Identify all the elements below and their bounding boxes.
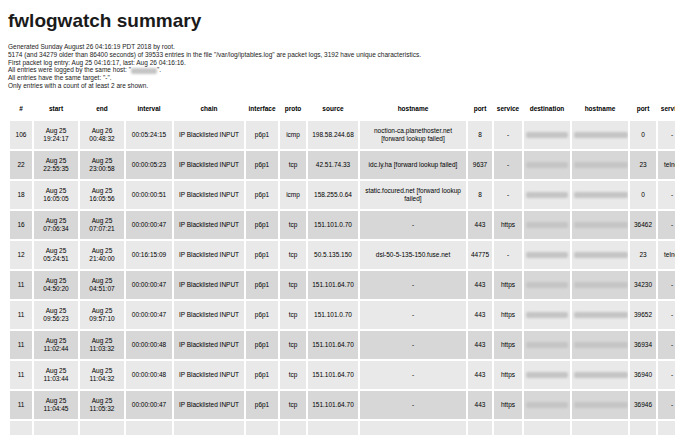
redacted-dst_hostname [574,342,628,348]
column-header-port-13: port [630,99,656,119]
cell-interface: p6p1 [246,391,278,419]
partial-table-row [10,421,675,435]
cell-empty [308,421,358,435]
cell-empty [524,421,570,435]
meta-line-text: All entries were logged by the same host… [8,66,131,73]
cell-date-line: Aug 25 [46,187,67,194]
cell-src_port: 443 [468,361,492,389]
cell-date-line: Aug 25 [46,307,67,314]
cell-start: Aug 2511:02:44 [34,331,78,359]
table-row: 106Aug 2519:24:17Aug 2600:48:3200:05:24:… [10,121,675,149]
redacted-destination [526,132,568,138]
cell-proto: tcp [280,271,306,299]
meta-line: First packet log entry: Aug 25 04:16:17,… [8,59,667,67]
cell-interval: 00:00:00:48 [126,361,172,389]
cell-empty [572,421,628,435]
cell-time-line: 11:03:44 [44,375,69,382]
cell-dst_hostname [572,271,628,299]
cell-dst_hostname [572,331,628,359]
cell-interface: p6p1 [246,151,278,179]
column-header-hostname-8: hostname [360,99,466,119]
cell-src_port: 443 [468,331,492,359]
cell-dst_port: 34230 [630,271,656,299]
cell-dst_port: 0 [630,181,656,209]
cell-proto: tcp [280,331,306,359]
cell-dst_hostname [572,181,628,209]
column-header-start-1: start [34,99,78,119]
cell-end: Aug 2511:05:32 [80,391,124,419]
table-row: 18Aug 2516:05:05Aug 2516:05:5600:00:00:5… [10,181,675,209]
cell-src_service: - [494,151,522,179]
cell-source: 151.101.64.70 [308,361,358,389]
fwlogwatch-report: fwlogwatch summary Generated Sunday Augu… [0,0,675,435]
cell-empty [468,421,492,435]
cell-time-line: 09:57:10 [89,315,114,322]
meta-line-text: First packet log entry: Aug 25 04:16:17,… [8,59,186,66]
cell-chain: IP Blacklisted INPUT [174,181,244,209]
cell-date-line: Aug 25 [92,187,113,194]
cell-src_port: 443 [468,211,492,239]
cell-end: Aug 2511:03:32 [80,331,124,359]
redacted-dst_hostname [574,312,628,318]
cell-start: Aug 2505:24:51 [34,241,78,269]
cell-empty [174,421,244,435]
cell-dst_port: 36940 [630,361,656,389]
cell-destination [524,361,570,389]
column-header-hostname-12: hostname [572,99,628,119]
cell-source: 158.255.0.64 [308,181,358,209]
cell-date-line: Aug 25 [46,367,67,374]
meta-line-text: 5174 (and 34279 older than 86400 seconds… [8,51,421,58]
cell-chain: IP Blacklisted INPUT [174,331,244,359]
cell-interface: p6p1 [246,181,278,209]
cell-dst_service: - [658,121,675,149]
cell-dst_port: 39652 [630,301,656,329]
cell-time-line: 21:40:00 [89,255,114,262]
cell-date-line: Aug 25 [92,247,113,254]
cell-dst_service: - [658,391,675,419]
cell-time-line: 09:56:23 [43,315,68,322]
cell-source: 198.58.244.68 [308,121,358,149]
cell-source: 151.101.64.70 [308,391,358,419]
cell-count: 16 [10,211,32,239]
cell-date-line: Aug 25 [92,157,113,164]
cell-start: Aug 2509:56:23 [34,301,78,329]
cell-dst_service: - [658,181,675,209]
meta-line: All entries were logged by the same host… [8,66,667,74]
cell-interface: p6p1 [246,211,278,239]
cell-proto: tcp [280,391,306,419]
column-header-port-9: port [468,99,492,119]
cell-dst_port: 23 [630,241,656,269]
cell-time-line: 23:00:58 [89,165,114,172]
redacted-dst_hostname [574,132,628,138]
cell-count: 18 [10,181,32,209]
cell-interval: 00:00:00:47 [126,301,172,329]
cell-src_port: 8 [468,181,492,209]
column-header-destination-11: destination [524,99,570,119]
cell-end: Aug 2523:00:58 [80,151,124,179]
cell-dst_service: - [658,271,675,299]
table-row: 11Aug 2511:02:44Aug 2511:03:3200:00:00:4… [10,331,675,359]
cell-count: 12 [10,241,32,269]
cell-destination [524,241,570,269]
cell-date-line: Aug 25 [92,397,113,404]
table-row: 22Aug 2522:55:35Aug 2523:00:5800:00:05:2… [10,151,675,179]
redacted-dst_hostname [574,402,628,408]
redacted-destination [526,192,568,198]
cell-count: 11 [10,331,32,359]
cell-empty [246,421,278,435]
cell-dst_service: telnet [658,241,675,269]
cell-date-line: Aug 25 [46,397,67,404]
cell-src_hostname: - [360,331,466,359]
redacted-dst_hostname [574,162,628,168]
cell-date-line: Aug 25 [46,337,67,344]
cell-start: Aug 2511:04:45 [34,391,78,419]
cell-src_port: 8 [468,121,492,149]
redacted-destination [526,252,568,258]
cell-source: 42.51.74.33 [308,151,358,179]
cell-proto: tcp [280,361,306,389]
cell-empty [80,421,124,435]
cell-interval: 00:00:00:48 [126,331,172,359]
cell-src_port: 443 [468,271,492,299]
cell-src_service: https [494,271,522,299]
cell-count: 22 [10,151,32,179]
